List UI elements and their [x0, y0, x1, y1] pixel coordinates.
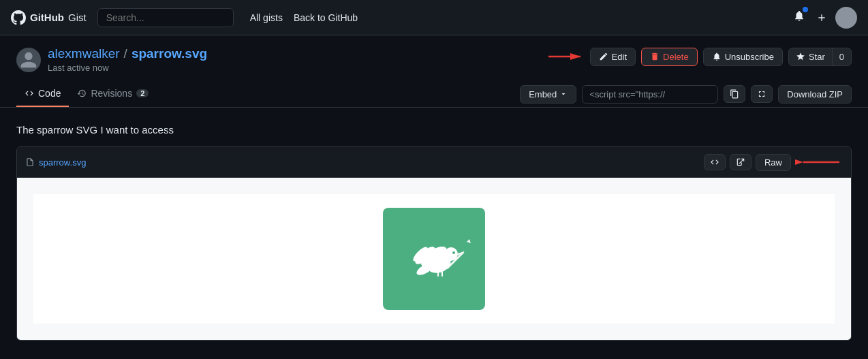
main-nav: All gists Back to GitHub [250, 12, 358, 23]
logo-gist: Gist [68, 12, 87, 23]
unsubscribe-label: Unsubscribe [725, 52, 774, 62]
embed-input[interactable] [582, 85, 718, 104]
avatar-icon [19, 50, 38, 69]
code-icon [25, 89, 34, 98]
copy-icon [730, 89, 739, 99]
expand-button[interactable] [751, 85, 773, 103]
file-name-area: sparrow.svg [25, 157, 86, 168]
embed-button[interactable]: Embed [520, 85, 576, 104]
gist-actions: Edit Delete Unsubscribe Star [590, 48, 852, 66]
red-arrow-icon [545, 46, 586, 67]
file-header: sparrow.svg Raw [17, 147, 851, 178]
file-content [17, 178, 851, 340]
main-content: The sparrow SVG I want to access sparrow… [0, 108, 868, 357]
star-icon [796, 52, 805, 61]
raw-label: Raw [764, 157, 782, 168]
arrow-annotation [545, 46, 586, 67]
last-active: Last active now [48, 63, 207, 73]
gist-actions-area: Edit Delete Unsubscribe Star [545, 46, 852, 67]
all-gists-link[interactable]: All gists [250, 12, 283, 23]
external-link-icon [736, 157, 745, 167]
gist-meta: alexmwalker / sparrow.svg Last active no… [0, 35, 868, 73]
star-label: Star [809, 52, 825, 62]
tab-code[interactable]: Code [16, 81, 69, 107]
chevron-down-icon [850, 14, 856, 21]
slash-separator: / [124, 46, 127, 61]
tab-actions: Embed Download ZIP [520, 85, 852, 104]
notifications-button[interactable] [790, 7, 808, 28]
octocat-icon [11, 10, 26, 25]
plus-icon [816, 12, 827, 23]
logo-github: GitHub [30, 12, 64, 23]
svg-marker-15 [467, 239, 471, 243]
svg-rect-13 [441, 271, 443, 277]
back-to-github-link[interactable]: Back to GitHub [294, 12, 358, 23]
edit-button[interactable]: Edit [590, 48, 636, 66]
tab-code-label: Code [38, 88, 61, 99]
sparrow-svg [397, 221, 471, 296]
history-icon [77, 89, 87, 98]
edit-label: Edit [612, 52, 627, 62]
sparrow-preview [383, 208, 485, 310]
svg-point-11 [452, 251, 455, 254]
raw-arrow-annotation [795, 153, 843, 172]
star-count: 0 [832, 48, 851, 65]
gist-name-line: alexmwalker / sparrow.svg [48, 46, 207, 61]
trash-icon [650, 52, 660, 61]
gist-title-area: alexmwalker / sparrow.svg Last active no… [16, 46, 207, 73]
code-icon [710, 157, 719, 167]
chevron-down-icon [559, 90, 568, 98]
file-name: sparrow.svg [39, 157, 86, 168]
pencil-icon [599, 52, 608, 61]
delete-label: Delete [663, 52, 689, 62]
logo: GitHub Gist [11, 10, 87, 25]
download-zip-label: Download ZIP [787, 89, 843, 99]
raw-button[interactable]: Raw [756, 154, 791, 171]
tabs-bar: Code Revisions 2 Embed [0, 81, 868, 108]
star-button[interactable]: Star 0 [788, 48, 852, 66]
tab-revisions-label: Revisions [91, 88, 132, 99]
embed-label: Embed [529, 89, 557, 99]
tabs: Code Revisions 2 [16, 81, 157, 107]
star-inner: Star [789, 48, 832, 65]
gist-breadcrumb: alexmwalker / sparrow.svg Last active no… [48, 46, 207, 73]
revisions-badge: 2 [136, 89, 149, 97]
main-header: GitHub Gist All gists Back to GitHub [0, 0, 868, 35]
file-code-icon [25, 157, 35, 167]
header-actions [790, 7, 857, 29]
file-box: sparrow.svg Raw [16, 146, 852, 341]
copy-button[interactable] [724, 85, 745, 103]
svg-rect-12 [437, 271, 439, 277]
view-code-button[interactable] [704, 154, 726, 170]
expand-icon [757, 89, 766, 99]
tab-revisions[interactable]: Revisions 2 [69, 81, 157, 107]
file-actions: Raw [704, 154, 791, 171]
new-gist-button[interactable] [813, 10, 830, 26]
open-file-button[interactable] [730, 154, 751, 170]
gist-user-avatar[interactable] [16, 48, 41, 72]
red-arrow-right-icon [795, 153, 843, 172]
notification-badge [803, 7, 808, 12]
user-icon [836, 11, 850, 25]
gist-description: The sparrow SVG I want to access [16, 124, 852, 136]
file-actions-wrapper: Raw [704, 153, 843, 172]
svg-preview-wrapper [33, 194, 835, 324]
filename-link[interactable]: sparrow.svg [131, 46, 207, 61]
search-input[interactable] [97, 8, 234, 27]
unsubscribe-button[interactable]: Unsubscribe [703, 48, 783, 66]
download-zip-button[interactable]: Download ZIP [778, 85, 852, 104]
username-link[interactable]: alexmwalker [48, 46, 120, 61]
delete-button[interactable]: Delete [641, 48, 698, 66]
user-avatar[interactable] [835, 7, 857, 29]
bell-off-icon [712, 52, 722, 61]
